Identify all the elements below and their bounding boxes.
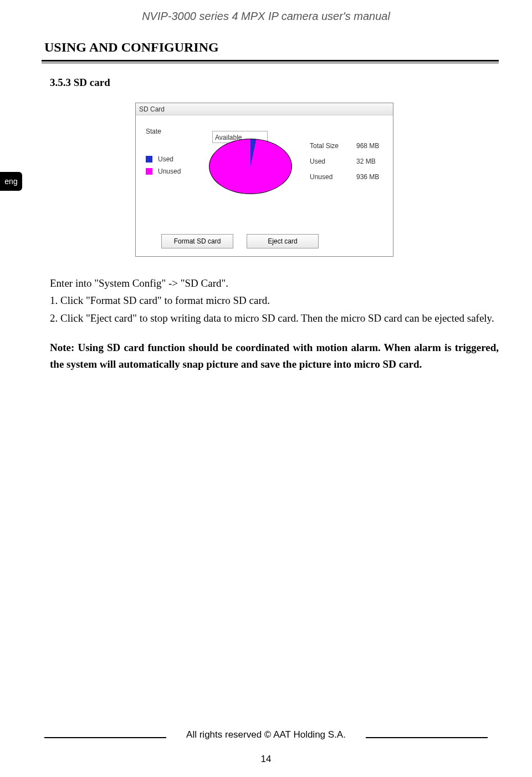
legend-swatch-unused [146, 168, 152, 175]
instruction-note: Note: Using SD card function should be c… [50, 339, 499, 372]
page-number: 14 [0, 754, 532, 765]
footer-copyright: All rights reserved © AAT Holding S.A. [181, 729, 351, 740]
stats-unused-label: Unused [310, 173, 342, 181]
instruction-p1: 1. Click "Format SD card" to format micr… [50, 292, 499, 308]
format-sdcard-button[interactable]: Format SD card [161, 234, 233, 248]
section-heading: USING AND CONFIGURING [44, 40, 219, 55]
legend-swatch-used [146, 156, 152, 162]
state-label: State [146, 128, 161, 135]
instruction-p2: 2. Click "Eject card" to stop writing da… [50, 310, 499, 326]
subsection-heading: 3.5.3 SD card [50, 77, 110, 89]
instruction-text: Enter into "System Config" -> "SD Card".… [50, 275, 499, 373]
eject-card-button[interactable]: Eject card [247, 234, 319, 248]
stats-used-value: 32 MB [356, 158, 383, 165]
stats-used-label: Used [310, 158, 342, 165]
heading-divider [42, 60, 499, 63]
stats-total-label: Total Size [310, 142, 342, 150]
legend-unused: Unused [146, 167, 197, 175]
sdcard-legend-column: State Used Unused [146, 125, 197, 194]
legend-unused-label: Unused [158, 167, 181, 175]
stats-unused-value: 936 MB [356, 173, 383, 181]
stats-total-value: 968 MB [356, 142, 383, 150]
sdcard-panel-title: SD Card [136, 103, 393, 115]
pie-chart-disc [209, 139, 292, 194]
instruction-p0: Enter into "System Config" -> "SD Card". [50, 275, 499, 291]
pie-chart [209, 139, 303, 194]
manual-header: NVIP-3000 series 4 MPX IP camera user's … [0, 10, 532, 23]
legend-used: Used [146, 155, 197, 163]
legend-used-label: Used [158, 155, 173, 163]
language-tab: eng [0, 172, 22, 191]
sdcard-stats: Total Size 968 MB Used 32 MB Unused 936 … [310, 142, 383, 194]
sdcard-panel: SD Card Available State Used Unused [135, 103, 393, 257]
